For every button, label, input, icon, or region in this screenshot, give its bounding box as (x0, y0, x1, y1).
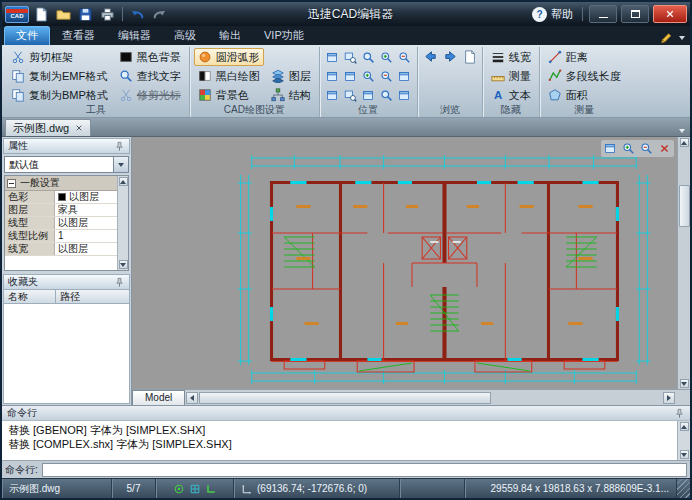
zoom-scale-button[interactable] (342, 86, 359, 104)
property-grid-scrollbar[interactable] (117, 176, 128, 270)
command-scrollbar[interactable] (677, 421, 690, 460)
zoom-center-button[interactable] (342, 67, 359, 85)
trim-cursor-button: 修剪光标 (115, 86, 185, 104)
redo-icon[interactable] (150, 5, 169, 23)
polyline-length-button[interactable]: 多段线长度 (544, 67, 625, 85)
scroll-up-icon[interactable] (119, 177, 128, 186)
pan-button[interactable] (396, 67, 413, 85)
tab-file[interactable]: 文件 (4, 26, 50, 45)
zoom-in-button[interactable] (378, 48, 395, 66)
viewport-zoom-window-button[interactable] (603, 141, 618, 156)
osnap-toggle-icon[interactable] (173, 483, 185, 495)
measure-toggle-button[interactable]: 测量 (487, 67, 535, 85)
chevron-down-icon[interactable] (679, 36, 685, 40)
vertical-scrollbar[interactable] (677, 137, 690, 389)
pin-icon[interactable] (674, 408, 685, 419)
scroll-up-icon[interactable] (680, 138, 689, 147)
undo-icon[interactable] (128, 5, 147, 23)
zoom-all-button[interactable] (324, 67, 341, 85)
tab-viewer[interactable]: 查看器 (51, 27, 106, 45)
grid-toggle-icon[interactable] (189, 483, 201, 495)
copy-bmp-button[interactable]: 复制为BMP格式 (7, 86, 112, 104)
scroll-up-icon[interactable] (680, 422, 689, 431)
document-tab[interactable]: 示例图.dwg (5, 119, 91, 136)
distance-button[interactable]: 距离 (544, 48, 625, 66)
find-text-button[interactable]: 查找文字 (115, 67, 185, 85)
property-value[interactable]: 家具 (55, 204, 117, 216)
collapse-icon[interactable] (7, 179, 16, 188)
zoom-out-2-button[interactable] (378, 67, 395, 85)
favorites-col-name[interactable]: 名称 (4, 290, 56, 303)
viewport-zoom-out-button[interactable] (639, 141, 654, 156)
tab-advanced[interactable]: 高级 (163, 27, 207, 45)
scroll-down-icon[interactable] (119, 260, 128, 269)
zoom-extents-button[interactable] (378, 86, 395, 104)
drawing-viewport[interactable] (132, 137, 690, 389)
bw-drawing-button[interactable]: 黑白绘图 (194, 67, 264, 85)
zoom-previous-button[interactable] (360, 86, 377, 104)
black-background-button[interactable]: 黑色背景 (115, 48, 185, 66)
pin-icon[interactable] (114, 277, 125, 288)
property-value[interactable]: 以图层 (55, 217, 117, 229)
new-file-icon[interactable] (32, 5, 51, 23)
property-section-header[interactable]: 一般设置 (5, 176, 117, 191)
favorites-header[interactable]: 收藏夹 (3, 274, 130, 290)
resize-grip[interactable] (677, 479, 690, 498)
command-input[interactable] (42, 463, 687, 477)
favorites-list[interactable] (3, 304, 130, 404)
scroll-left-icon[interactable] (186, 392, 198, 404)
zoom-realtime-button[interactable] (360, 48, 377, 66)
model-tab[interactable]: Model (132, 390, 185, 405)
combo-arrow[interactable] (113, 157, 128, 172)
scroll-down-icon[interactable] (680, 450, 689, 459)
zoom-dynamic-button[interactable] (342, 48, 359, 66)
area-button[interactable]: 面积 (544, 86, 625, 104)
viewport-close-button[interactable] (657, 141, 672, 156)
property-value[interactable]: 以图层 (55, 243, 117, 255)
open-folder-icon[interactable] (54, 5, 73, 23)
tab-output[interactable]: 输出 (208, 27, 252, 45)
maximize-button[interactable] (621, 5, 649, 23)
zoom-in-2-button[interactable] (360, 67, 377, 85)
command-panel-header[interactable]: 命令行 (2, 405, 690, 420)
back-button[interactable] (422, 48, 439, 65)
zoom-fit-button[interactable] (396, 86, 413, 104)
clip-frame-button[interactable]: 剪切框架 (7, 48, 112, 66)
scrollbar-thumb[interactable] (679, 185, 690, 227)
minimize-button[interactable] (589, 5, 617, 23)
ortho-toggle-icon[interactable] (205, 483, 217, 495)
scroll-right-icon[interactable] (663, 392, 675, 404)
scroll-down-icon[interactable] (680, 379, 689, 388)
help-button[interactable]: ? 帮助 (532, 7, 573, 22)
zoom-window-button[interactable] (324, 48, 341, 66)
horizontal-scrollbar[interactable] (185, 390, 690, 405)
structure-button[interactable]: 结构 (267, 86, 315, 104)
tab-vip[interactable]: VIP功能 (253, 27, 315, 45)
tab-list-chevron-icon[interactable] (679, 129, 685, 133)
property-value[interactable]: 1 (55, 230, 117, 242)
line-width-button[interactable]: 线宽 (487, 48, 535, 66)
close-tab-icon[interactable] (75, 124, 83, 132)
close-button[interactable] (653, 5, 687, 23)
scrollbar-thumb[interactable] (199, 392, 491, 404)
zoom-object-button[interactable] (324, 86, 341, 104)
property-value[interactable]: 以图层 (55, 191, 117, 203)
command-history[interactable]: 替换 [GBENOR] 字体为 [SIMPLEX.SHX] 替换 [COMPLE… (2, 420, 690, 460)
text-toggle-button[interactable]: 文本 (487, 86, 535, 104)
tab-editor[interactable]: 编辑器 (107, 27, 162, 45)
pin-icon[interactable] (114, 141, 125, 152)
properties-preset-select[interactable]: 默认值 (4, 156, 129, 173)
properties-header[interactable]: 属性 (3, 138, 130, 154)
smooth-arc-button[interactable]: 圆滑弧形 (194, 48, 264, 66)
print-icon[interactable] (98, 5, 117, 23)
page-setup-button[interactable] (462, 48, 478, 65)
save-icon[interactable] (76, 5, 95, 23)
background-color-button[interactable]: 背景色 (194, 86, 264, 104)
copy-emf-button[interactable]: 复制为EMF格式 (7, 67, 112, 85)
zoom-out-button[interactable] (396, 48, 413, 66)
edit-pencil-icon[interactable] (659, 31, 673, 45)
forward-button[interactable] (442, 48, 459, 65)
favorites-col-path[interactable]: 路径 (56, 290, 129, 303)
layers-button[interactable]: 图层 (267, 67, 315, 85)
viewport-zoom-in-button[interactable] (621, 141, 636, 156)
